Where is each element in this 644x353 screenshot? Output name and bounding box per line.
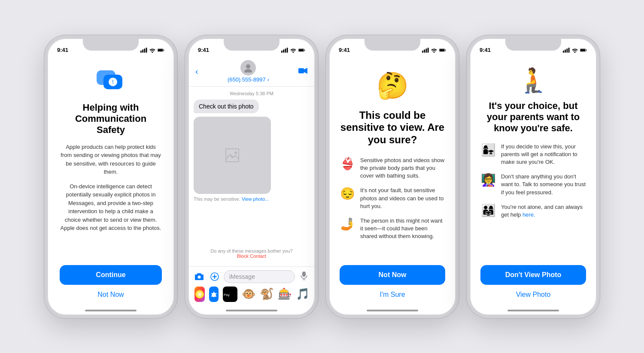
phone-3-content: 🤔 This could be sensitive to view. Are y…	[329, 57, 456, 307]
im-sure-button[interactable]: I'm Sure	[340, 291, 445, 299]
phone-2-status-icons	[281, 48, 305, 53]
svg-rect-39	[563, 50, 564, 52]
battery-icon	[158, 48, 164, 53]
message-input-row: iMessage	[193, 270, 310, 283]
svg-rect-14	[287, 48, 288, 52]
svg-rect-38	[445, 49, 446, 51]
svg-rect-41	[566, 48, 568, 52]
app-drawer-button[interactable]	[208, 270, 221, 283]
phone-4-status-icons	[563, 48, 587, 53]
svg-rect-1	[142, 49, 143, 52]
emoji-2-icon[interactable]: 🐒	[260, 287, 273, 302]
not-now-button-3[interactable]: Not Now	[340, 265, 445, 285]
svg-rect-3	[146, 48, 147, 52]
info-text-4-2: Don't share anything you don't want to. …	[501, 173, 586, 196]
signal-icon-3	[422, 48, 429, 53]
phone-4-notch	[505, 39, 561, 51]
comm-safety-icon: !	[96, 66, 126, 95]
block-contact-link[interactable]: Block Contact	[237, 253, 266, 259]
phone-2-home-indicator	[226, 310, 277, 311]
not-now-button-1[interactable]: Not Now	[60, 291, 162, 299]
phone-4-title: It's your choice, but your parents want …	[480, 100, 586, 134]
phone-3: 9:41 🤔 This could be sensitive to view. …	[326, 35, 459, 318]
family-emoji-3: 👨‍👩‍👧	[480, 203, 496, 217]
svg-rect-34	[425, 48, 427, 52]
svg-text:!: !	[112, 78, 114, 85]
svg-marker-21	[304, 68, 307, 74]
applepay-icon[interactable]: Pay	[223, 287, 237, 302]
appstore-icon[interactable]	[209, 287, 219, 302]
back-button[interactable]: ‹	[195, 66, 198, 76]
phone-2: 9:41 ‹ (650) 555-8997 › Wednesday	[185, 35, 318, 318]
svg-rect-12	[283, 49, 284, 52]
phone-3-home-indicator	[367, 310, 418, 311]
message-input-area: iMessage Pay 🐵 🐒	[188, 266, 315, 307]
contact-name[interactable]: (650) 555-8997 ›	[228, 76, 269, 83]
phone-4: 9:41 🧎 It's your choice, but your parent…	[467, 35, 600, 318]
phone-1-desc2: On-device intelligence can detect potent…	[60, 182, 162, 232]
phone-2-time: 9:41	[198, 47, 209, 53]
info-item-4-3: 👨‍👩‍👧 You're not alone, and can always g…	[480, 203, 586, 219]
contact-avatar	[240, 60, 256, 75]
phone-2-notch	[224, 39, 279, 51]
phones-container: 9:41 ! Helping with Communication Safety	[44, 35, 600, 318]
mic-button[interactable]	[298, 270, 310, 283]
svg-rect-16	[299, 49, 304, 51]
phone-1-time: 9:41	[57, 47, 68, 53]
info-text-2: It's not your fault, but sensitive photo…	[360, 187, 445, 210]
choice-emoji: 🧎	[518, 66, 548, 94]
imessage-input[interactable]: iMessage	[224, 270, 295, 283]
help-link[interactable]: here.	[522, 211, 535, 218]
view-photo-button[interactable]: View Photo	[480, 291, 586, 299]
svg-point-24	[198, 275, 201, 278]
svg-text:Pay: Pay	[224, 293, 230, 297]
svg-rect-2	[144, 48, 145, 52]
camera-button[interactable]	[193, 270, 206, 283]
info-item-3: 🤳 The person in this might not want it s…	[340, 217, 445, 241]
msg-bubble: Check out this photo	[194, 100, 259, 113]
phone-4-time: 9:41	[480, 47, 491, 53]
emoji-4-icon[interactable]: 🎵	[296, 287, 310, 302]
phone-3-status-icons	[422, 48, 446, 53]
info-item-2: 😔 It's not your fault, but sensitive pho…	[340, 187, 445, 210]
phone-1-status-icons	[140, 48, 164, 53]
signal-icon	[140, 48, 147, 53]
continue-button[interactable]: Continue	[60, 265, 162, 285]
battery-icon-2	[298, 48, 305, 53]
emoji-1-icon[interactable]: 🐵	[242, 287, 255, 302]
signal-icon-4	[563, 48, 570, 53]
phone-4-home-indicator	[507, 310, 559, 311]
contact-info: (650) 555-8997 ›	[228, 60, 269, 83]
svg-rect-32	[422, 50, 423, 52]
messages-area: Wednesday 5:38 PM Check out this photo T…	[188, 87, 315, 266]
svg-rect-26	[302, 272, 306, 277]
family-emoji-2: 👩‍🏫	[480, 173, 496, 187]
svg-rect-5	[158, 49, 163, 51]
dont-view-button[interactable]: Don't View Photo	[480, 265, 586, 285]
svg-rect-13	[285, 48, 286, 52]
emoji-3-icon[interactable]: 🎰	[278, 287, 292, 302]
msg-image-placeholder	[194, 117, 271, 194]
phone-3-notch	[365, 39, 420, 51]
app-icons-row: Pay 🐵 🐒 🎰 🎵	[193, 283, 310, 304]
svg-rect-40	[565, 49, 566, 52]
photos-app-icon[interactable]	[194, 287, 205, 302]
svg-rect-11	[281, 50, 283, 52]
video-call-button[interactable]	[298, 66, 308, 76]
phone-3-title: This could be sensitive to view. Are you…	[340, 109, 445, 146]
svg-rect-35	[428, 48, 429, 52]
view-photo-link[interactable]: View photo...	[242, 196, 269, 202]
family-emoji-1: 👩‍👧	[480, 143, 496, 157]
svg-rect-37	[440, 49, 445, 51]
svg-rect-20	[298, 68, 304, 73]
selfie-emoji: 🤳	[340, 217, 355, 231]
battery-icon-3	[439, 48, 446, 53]
info-text-1: Sensitive photos and videos show the pri…	[360, 157, 445, 180]
svg-point-19	[244, 69, 252, 72]
messages-header: ‹ (650) 555-8997 ›	[188, 57, 315, 87]
info-text-4-3: You're not alone, and can always get hel…	[501, 203, 586, 219]
phone-3-time: 9:41	[339, 47, 350, 53]
battery-icon-4	[580, 48, 587, 53]
svg-point-18	[246, 64, 250, 69]
wifi-icon-2	[290, 48, 297, 53]
